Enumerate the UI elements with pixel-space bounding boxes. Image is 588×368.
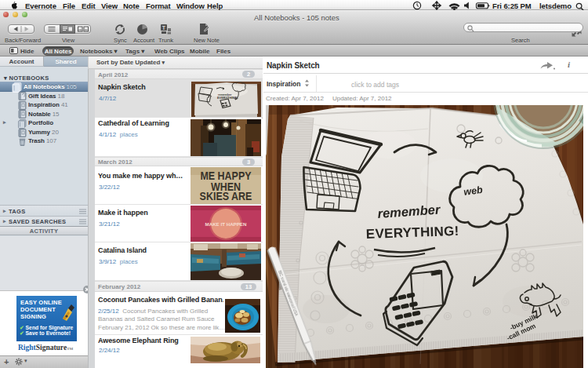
svg-text:SKIES ARE: SKIES ARE: [200, 191, 252, 203]
svg-text:EVERYTHING!: EVERYTHING!: [217, 96, 238, 100]
svg-text:MAKE IT HAPPEN: MAKE IT HAPPEN: [205, 221, 247, 227]
svg-text:T: T: [162, 25, 166, 31]
